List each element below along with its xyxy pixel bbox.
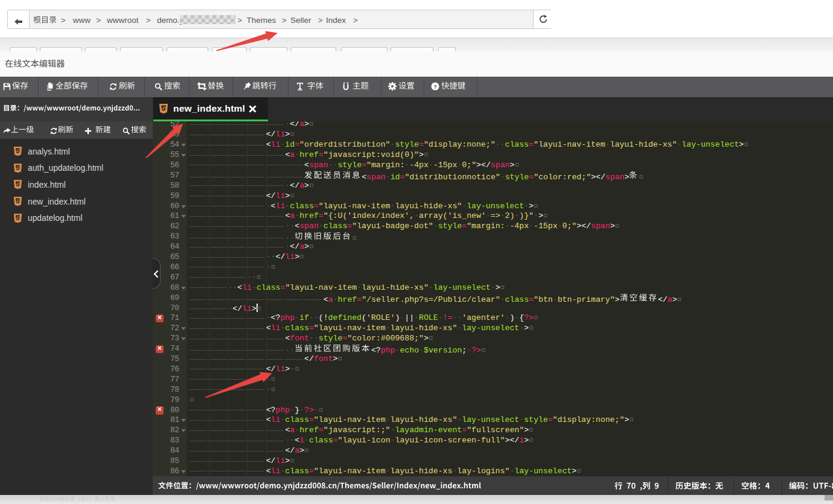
svg-text:?: ?: [433, 83, 437, 89]
